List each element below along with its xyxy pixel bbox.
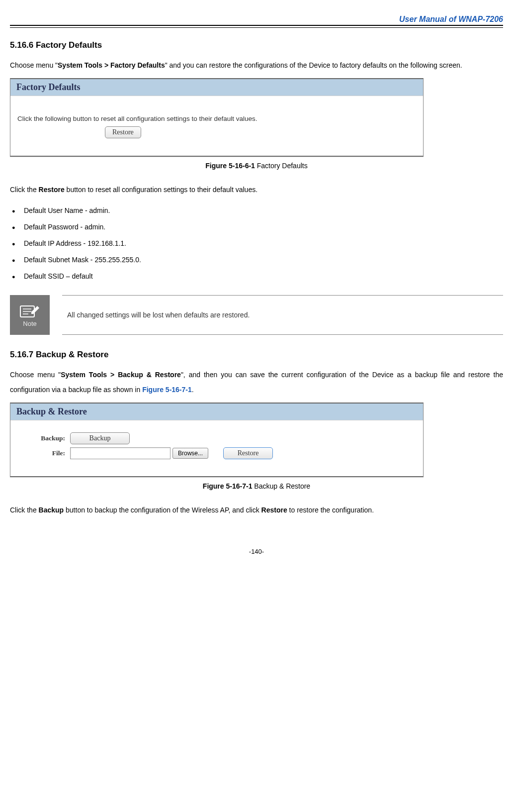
figure-title: Factory Defaults (255, 162, 308, 170)
file-label: File: (15, 449, 70, 457)
text: " and you can restore the configurations… (165, 61, 462, 69)
section2-intro: Choose menu "System Tools > Backup & Res… (10, 367, 503, 398)
text: to restore the configuration. (287, 506, 374, 514)
header-divider (10, 25, 503, 28)
backup-label: Backup: (15, 434, 70, 442)
text: Choose menu " (10, 371, 61, 379)
backup-word: Backup (39, 506, 64, 514)
restore-button[interactable]: Restore (105, 126, 141, 138)
section-heading-backup-restore: 5.16.7 Backup & Restore (10, 350, 503, 360)
restore-file-button[interactable]: Restore (223, 447, 273, 459)
backup-row: Backup: Backup (15, 432, 418, 444)
list-item: Default IP Address - 192.168.1.1. (10, 235, 503, 252)
browse-button[interactable]: Browse... (172, 448, 208, 459)
note-text: All changed settings will be lost when d… (62, 295, 503, 335)
section-heading-factory-defaults: 5.16.6 Factory Defaults (10, 40, 503, 50)
backup-button[interactable]: Backup (70, 432, 130, 444)
text: button to backup the configuration of th… (64, 506, 261, 514)
figure-link[interactable]: Figure 5-16-7-1 (142, 386, 192, 394)
panel-title: Factory Defaults (10, 79, 423, 96)
panel-title: Backup & Restore (10, 404, 423, 420)
figure-caption-2: Figure 5-16-7-1 Backup & Restore (10, 482, 503, 490)
text: button to reset all configuration settin… (65, 186, 257, 194)
note-icon: Note (10, 295, 50, 335)
figure-number: Figure 5-16-6-1 (205, 162, 255, 170)
menu-path: System Tools > Backup & Restore (61, 371, 181, 379)
figure-caption-1: Figure 5-16-6-1 Factory Defaults (10, 162, 503, 170)
figure-title: Backup & Restore (252, 482, 310, 490)
panel-description: Click the following button to reset all … (17, 115, 418, 122)
page-number: -140- (10, 548, 503, 555)
note-block: Note All changed settings will be lost w… (10, 295, 503, 335)
text: Choose menu " (10, 61, 58, 69)
note-label: Note (23, 320, 36, 327)
section1-after: Click the Restore button to reset all co… (10, 182, 503, 198)
list-item: Default Subnet Mask - 255.255.255.0. (10, 252, 503, 268)
figure-number: Figure 5-16-7-1 (203, 482, 253, 490)
backup-restore-panel: Backup & Restore Backup: Backup File: Br… (10, 403, 424, 477)
restore-word: Restore (261, 506, 287, 514)
list-item: Default SSID – default (10, 268, 503, 285)
pencil-note-icon (19, 302, 40, 319)
file-row: File: Browse... Restore (15, 447, 418, 459)
text: . (192, 386, 194, 394)
list-item: Default User Name - admin. (10, 203, 503, 219)
section2-after: Click the Backup button to backup the co… (10, 503, 503, 518)
text: Click the (10, 186, 39, 194)
section1-intro: Choose menu "System Tools > Factory Defa… (10, 58, 503, 73)
text: Click the (10, 506, 39, 514)
factory-defaults-panel: Factory Defaults Click the following but… (10, 78, 424, 157)
restore-word: Restore (39, 186, 65, 194)
defaults-list: Default User Name - admin. Default Passw… (10, 203, 503, 285)
manual-header-title: User Manual of WNAP-7206 (10, 15, 503, 24)
menu-path: System Tools > Factory Defaults (58, 61, 165, 69)
file-input[interactable] (70, 447, 171, 459)
list-item: Default Password - admin. (10, 219, 503, 235)
